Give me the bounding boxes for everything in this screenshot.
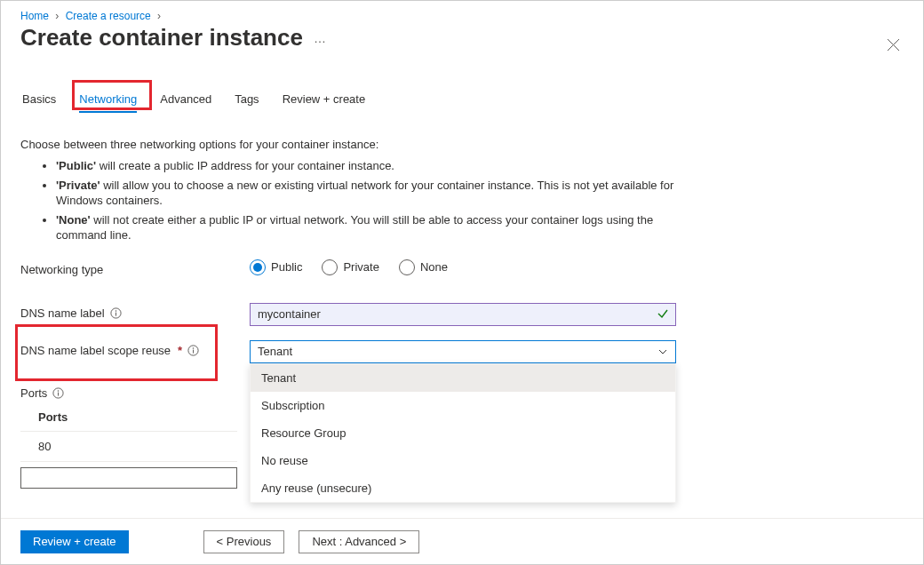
- page-title: Create container instance: [20, 24, 303, 52]
- ports-add-input[interactable]: [20, 467, 237, 489]
- svg-point-7: [58, 390, 60, 392]
- radio-none-label: None: [420, 260, 448, 274]
- intro-text: Choose between three networking options …: [20, 138, 699, 151]
- dropdown-item-resource-group[interactable]: Resource Group: [251, 419, 675, 447]
- ports-row: 80: [20, 432, 237, 462]
- dropdown-item-tenant[interactable]: Tenant: [251, 364, 675, 392]
- info-icon[interactable]: [110, 307, 122, 319]
- bullet-public: 'Public' will create a public IP address…: [56, 158, 699, 174]
- title-row: Create container instance …: [1, 22, 923, 59]
- breadcrumb-home[interactable]: Home: [20, 10, 49, 22]
- radio-private[interactable]: Private: [322, 259, 378, 275]
- check-icon: [657, 307, 669, 322]
- svg-rect-2: [116, 312, 116, 315]
- options-list: 'Public' will create a public IP address…: [20, 158, 699, 243]
- previous-button[interactable]: < Previous: [203, 530, 285, 553]
- svg-rect-8: [58, 392, 59, 395]
- close-button[interactable]: [887, 38, 900, 54]
- close-icon: [887, 38, 900, 52]
- dropdown-item-any-reuse[interactable]: Any reuse (unsecure): [251, 474, 675, 502]
- info-icon[interactable]: [52, 387, 64, 399]
- dropdown-item-subscription[interactable]: Subscription: [251, 392, 675, 419]
- radio-icon: [322, 259, 338, 275]
- row-dns-label: DNS name label: [20, 303, 699, 326]
- label-networking-type: Networking type: [20, 263, 103, 276]
- tab-tags[interactable]: Tags: [233, 85, 260, 122]
- dropdown-item-no-reuse[interactable]: No reuse: [251, 447, 675, 474]
- label-ports: Ports: [20, 386, 47, 400]
- highlight-box-tab: [72, 80, 152, 110]
- page-root: Home › Create a resource › Create contai…: [0, 0, 924, 565]
- bullet-private: 'Private' will allow you to choose a new…: [56, 178, 699, 209]
- tab-basics[interactable]: Basics: [20, 85, 58, 122]
- dns-scope-dropdown: Tenant Subscription Resource Group No re…: [250, 363, 676, 503]
- dns-name-label-input[interactable]: [250, 303, 676, 326]
- tab-advanced[interactable]: Advanced: [158, 85, 213, 122]
- radio-public[interactable]: Public: [250, 259, 302, 275]
- row-networking-type: Networking type Public Private None: [20, 259, 699, 276]
- breadcrumb-create-resource[interactable]: Create a resource: [66, 10, 151, 22]
- radio-public-label: Public: [271, 260, 302, 274]
- dns-scope-selected-value: Tenant: [258, 345, 292, 358]
- tab-review-create[interactable]: Review + create: [281, 85, 368, 122]
- footer-bar: Review + create < Previous Next : Advanc…: [1, 518, 923, 564]
- label-dns-name: DNS name label: [20, 306, 105, 320]
- more-actions-button[interactable]: …: [314, 31, 328, 45]
- chevron-right-icon: ›: [55, 10, 59, 22]
- radio-icon: [250, 259, 266, 275]
- radio-none[interactable]: None: [399, 259, 448, 275]
- radio-icon: [399, 259, 415, 275]
- next-button[interactable]: Next : Advanced >: [299, 530, 419, 553]
- radio-private-label: Private: [343, 260, 378, 274]
- breadcrumb: Home › Create a resource ›: [1, 1, 923, 22]
- ports-column-header: Ports: [20, 403, 237, 432]
- chevron-down-icon: [657, 346, 668, 357]
- bullet-none: 'None' will not create either a public I…: [56, 212, 699, 243]
- networking-type-radio-group: Public Private None: [250, 259, 699, 275]
- dns-scope-select[interactable]: Tenant: [250, 340, 676, 363]
- svg-point-1: [115, 310, 116, 312]
- highlight-box-labels: [15, 324, 218, 381]
- review-create-button[interactable]: Review + create: [20, 530, 129, 553]
- chevron-right-icon: ›: [157, 10, 161, 22]
- content-area: Choose between three networking options …: [1, 122, 721, 489]
